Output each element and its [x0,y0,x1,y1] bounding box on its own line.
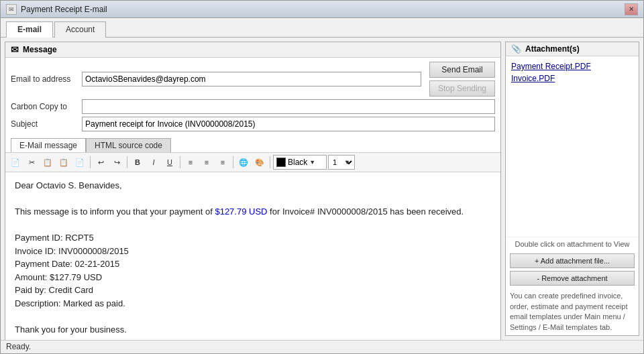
align-center-btn[interactable]: ≡ [199,156,214,169]
window-icon: ✉ [6,4,17,15]
message-group-label: Message [23,45,57,54]
right-panel: 📎 Attachment(s) Payment Receipt.PDF Invo… [505,42,639,336]
tab-account[interactable]: Account [54,21,106,38]
paste-special-btn[interactable]: 📄 [72,156,87,169]
amount-line: Amount: $127.79 USD [15,271,491,284]
editor-toolbar: 📄 ✂ 📋 📋 📄 ↩ ↪ B [5,152,500,172]
editor-area: Dear Octavio S. Benavides, This message … [5,172,500,340]
color-dropdown-arrow: ▼ [309,159,315,166]
align-left-btn[interactable]: ≡ [183,156,198,169]
cc-label: Carbon Copy to [11,102,78,111]
close-button[interactable]: ✕ [625,3,638,15]
attachment-title-label: Attachment(s) [525,44,580,54]
subject-input[interactable] [82,117,495,131]
editor-content[interactable]: Dear Octavio S. Benavides, This message … [5,172,500,340]
email-tabs: E-Mail message HTML source code [5,135,500,152]
attachment-title: 📎 Attachment(s) [506,42,639,56]
title-controls: ✕ [625,3,638,15]
message-group: ✉ Message Email to address Send Email St… [5,42,501,340]
undo-btn[interactable]: ↩ [93,156,108,169]
paid-by-line: Paid by: Credit Card [15,284,491,297]
color-picker-btn[interactable]: 🎨 [252,156,267,169]
sep2 [127,156,127,168]
send-email-button[interactable]: Send Email [429,62,495,78]
email-row: Email to address Send Email Stop Sending [11,62,495,97]
left-panel: ✉ Message Email to address Send Email St… [5,42,501,336]
font-size-select[interactable]: 1 2 3 4 5 6 7 [328,155,355,170]
window-title: Payment Receipt E-mail [21,5,107,14]
help-text: You can create predefined invoice, order… [506,288,639,335]
email-tab-source[interactable]: HTML source code [86,138,171,152]
image-btn[interactable]: 🌐 [236,156,251,169]
remove-attachment-button[interactable]: - Remove attachment [510,271,635,286]
attachment-item-0[interactable]: Payment Receipt.PDF [511,60,633,72]
subject-label: Subject [11,119,78,129]
amount-highlight: $127.79 USD [215,206,267,217]
payment-date-line: Payment Date: 02-21-2015 [15,257,491,271]
cc-input[interactable] [82,99,495,114]
redo-btn[interactable]: ↪ [109,156,124,169]
send-btn-area: Send Email Stop Sending [429,62,495,97]
sep3 [180,156,180,168]
sep4 [233,156,233,168]
attachment-item-1[interactable]: Invoice.PDF [511,72,633,84]
attachment-buttons: + Add attachment file... - Remove attach… [506,251,639,288]
main-tabs-bar: E-mail Account [1,18,643,38]
align-right-btn[interactable]: ≡ [215,156,230,169]
main-content: ✉ Message Email to address Send Email St… [1,38,643,340]
email-tab-message[interactable]: E-Mail message [11,138,86,152]
email-label: Email to address [11,74,78,84]
body-line: This message is to inform you that your … [15,205,491,219]
status-bar: Ready. [1,340,643,353]
message-group-title: ✉ Message [5,42,500,58]
desc-line: Description: Marked as paid. [15,297,491,310]
stop-sending-button[interactable]: Stop Sending [429,80,495,97]
sep5 [270,156,270,168]
invoice-id-line: Invoice ID: INV0000008/2015 [15,245,491,258]
color-dropdown[interactable]: Black ▼ [273,155,327,170]
paste-btn[interactable]: 📋 [56,156,71,169]
color-label: Black [288,158,307,167]
copy-btn[interactable]: 📋 [40,156,55,169]
title-bar: ✉ Payment Receipt E-mail ✕ [1,1,643,18]
thank-you-line: Thank you for your business. [15,323,491,337]
underline-btn[interactable]: U [162,156,177,169]
envelope-icon: ✉ [11,44,19,55]
title-bar-left: ✉ Payment Receipt E-mail [6,4,107,15]
main-window: ✉ Payment Receipt E-mail ✕ E-mail Accoun… [0,0,644,354]
payment-id-line: Payment ID: RCPT5 [15,231,491,245]
greeting-line: Dear Octavio S. Benavides, [15,179,491,192]
new-doc-btn[interactable]: 📄 [8,156,23,169]
cc-row: Carbon Copy to [11,99,495,114]
bold-btn[interactable]: B [130,156,145,169]
attachment-list: Payment Receipt.PDF Invoice.PDF [506,56,639,237]
status-text: Ready. [6,342,31,351]
attachment-hint: Double click on attachment to View [506,237,639,251]
email-input[interactable] [82,72,421,86]
color-swatch [276,158,286,167]
italic-btn[interactable]: I [146,156,161,169]
paperclip-icon: 📎 [511,44,521,54]
cut-btn[interactable]: ✂ [24,156,39,169]
subject-row: Subject [11,117,495,131]
attachment-group: 📎 Attachment(s) Payment Receipt.PDF Invo… [505,42,639,336]
form-rows: Email to address Send Email Stop Sending… [5,58,500,135]
sep1 [90,156,91,168]
add-attachment-button[interactable]: + Add attachment file... [510,253,635,268]
tab-email[interactable]: E-mail [6,21,53,38]
